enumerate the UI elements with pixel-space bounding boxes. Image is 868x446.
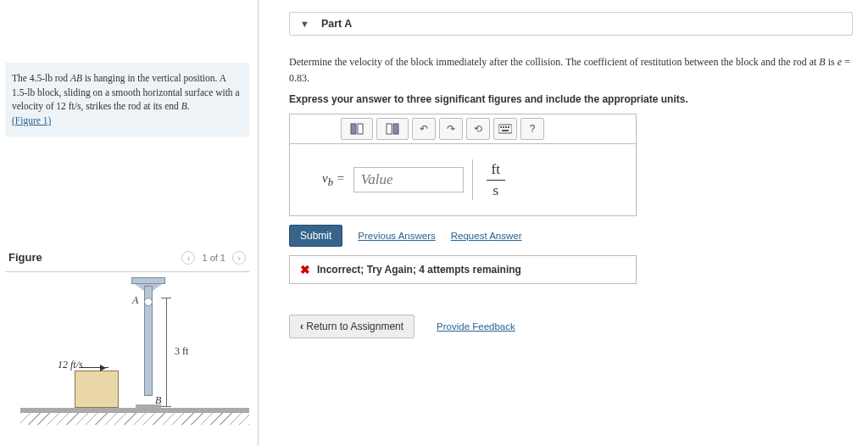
part-header[interactable]: ▼ Part A	[289, 12, 853, 36]
pin-a	[144, 298, 153, 306]
block	[75, 371, 119, 408]
figure-next-button[interactable]: ›	[232, 251, 246, 265]
length-label: 3 ft	[175, 345, 188, 358]
velocity-arrow-icon	[80, 367, 108, 368]
problem-text-1: The 4.5-lb rod	[12, 73, 70, 83]
svg-rect-1	[358, 124, 363, 134]
problem-text-3: .	[187, 101, 190, 111]
rod-top	[131, 277, 165, 284]
figure-title: Figure	[8, 251, 42, 264]
unit-top: ft	[492, 161, 500, 178]
figure-canvas: A B 12 ft/s 3 ft	[5, 271, 249, 446]
left-column: The 4.5-lb rod AB is hanging in the vert…	[0, 0, 259, 446]
right-column: ▼ Part A Determine the velocity of the b…	[259, 0, 868, 446]
question-prefix: Determine the velocity of the block imme…	[289, 56, 819, 68]
template-1-icon[interactable]	[341, 118, 373, 140]
problem-b: B	[181, 101, 187, 111]
previous-answers-link[interactable]: Previous Answers	[358, 231, 435, 241]
question-point-b: B	[819, 56, 825, 68]
collapse-icon: ▼	[300, 19, 309, 29]
figure-nav: ‹ 1 of 1 ›	[181, 251, 246, 265]
feedback-text: Incorrect; Try Again; 4 attempts remaini…	[317, 264, 521, 276]
dim-tick-bot	[161, 406, 171, 407]
answer-input[interactable]	[353, 167, 464, 192]
footer-row: Return to Assignment Provide Feedback	[289, 315, 853, 338]
reset-icon[interactable]: ⟲	[466, 118, 490, 140]
svg-rect-7	[505, 126, 507, 128]
provide-feedback-link[interactable]: Provide Feedback	[437, 321, 515, 332]
unit-bot: s	[492, 182, 498, 199]
label-b: B	[155, 394, 161, 407]
svg-rect-2	[387, 124, 392, 134]
figure-header: Figure ‹ 1 of 1 ›	[5, 251, 249, 265]
redo-icon[interactable]: ↷	[439, 118, 463, 140]
svg-rect-4	[498, 125, 512, 133]
submit-row: Submit Previous Answers Request Answer	[289, 225, 853, 247]
template-2-icon[interactable]	[376, 118, 409, 140]
figure-counter: 1 of 1	[202, 253, 225, 263]
return-button[interactable]: Return to Assignment	[289, 315, 415, 338]
question-text: Determine the velocity of the block imme…	[289, 54, 853, 86]
svg-rect-6	[503, 126, 504, 128]
ground-hatch	[20, 413, 249, 425]
svg-rect-3	[393, 124, 398, 134]
answer-instructions: Express your answer to three significant…	[289, 93, 853, 105]
figure-prev-button[interactable]: ‹	[181, 251, 195, 265]
request-answer-link[interactable]: Request Answer	[451, 231, 522, 241]
figure-link[interactable]: (Figure 1)	[12, 115, 51, 125]
svg-rect-9	[502, 130, 509, 131]
keyboard-icon[interactable]	[493, 118, 517, 140]
answer-box: ↶ ↷ ⟲ ? vb = ft s	[289, 114, 637, 216]
label-a: A	[132, 294, 138, 307]
submit-button[interactable]: Submit	[289, 225, 342, 247]
incorrect-icon: ✖	[300, 263, 310, 276]
feedback-box: ✖ Incorrect; Try Again; 4 attempts remai…	[289, 255, 637, 284]
answer-units[interactable]: ft s	[472, 159, 519, 200]
dim-bar	[166, 298, 167, 406]
svg-rect-5	[500, 126, 502, 128]
problem-ab: AB	[70, 73, 82, 83]
svg-rect-0	[351, 124, 356, 134]
help-icon[interactable]: ?	[520, 118, 544, 140]
fraction-line-icon	[487, 180, 505, 181]
svg-rect-8	[508, 126, 509, 128]
velocity-label: 12 ft/s	[58, 359, 83, 371]
undo-icon[interactable]: ↶	[412, 118, 436, 140]
answer-row: vb = ft s	[290, 144, 636, 215]
answer-toolbar: ↶ ↷ ⟲ ?	[290, 114, 636, 144]
part-label: Part A	[321, 18, 352, 30]
question-mid: is	[826, 56, 837, 68]
dim-tick-top	[161, 298, 171, 298]
answer-variable: vb =	[322, 171, 345, 189]
problem-statement: The 4.5-lb rod AB is hanging in the vert…	[5, 63, 249, 137]
